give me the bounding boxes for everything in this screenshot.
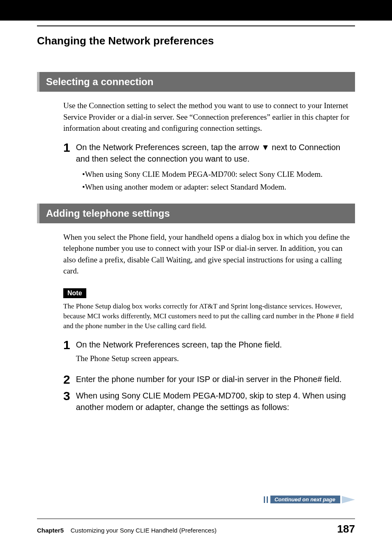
footer-divider <box>37 519 355 519</box>
section2-intro-text: When you select the Phone field, your ha… <box>63 232 355 277</box>
step-number: 1 <box>63 339 70 351</box>
list-item: •When using Sony CLIE Modem PEGA-MD700: … <box>82 169 355 180</box>
step-number: 3 <box>63 390 70 402</box>
step-instruction: Enter the phone number for your ISP or d… <box>76 373 342 385</box>
list-item: •When using another modem or adapter: se… <box>82 181 355 193</box>
step-instruction: On the Network Preferences screen, tap t… <box>76 141 355 164</box>
header-bar <box>0 0 392 21</box>
continued-label: Continued on next page <box>270 496 340 503</box>
section1-step-1: 1 On the Network Preferences screen, tap… <box>63 141 355 164</box>
chapter-number: Chapter5 <box>37 527 64 534</box>
section-heading-adding-telephone: Adding telephone settings <box>37 204 355 223</box>
continued-indicator: Continued on next page <box>264 496 355 503</box>
note-badge: Note <box>63 288 86 298</box>
step-instruction: On the Network Preferences screen, tap t… <box>76 339 282 350</box>
chapter-title: Customizing your Sony CLIE Handheld (Pre… <box>71 527 217 534</box>
page-title: Changing the Network preferences <box>37 35 355 47</box>
chapter-label: Chapter5 Customizing your Sony CLIE Hand… <box>37 527 217 534</box>
header-underline <box>37 25 355 26</box>
section2-step-1: 1 On the Network Preferences screen, tap… <box>63 339 355 364</box>
step-number: 1 <box>63 141 70 154</box>
page-content: Changing the Network preferences Selecti… <box>0 25 392 413</box>
continued-stripes-icon <box>264 496 268 503</box>
continued-arrow-icon <box>342 496 355 503</box>
page-number: 187 <box>337 523 355 535</box>
section1-bullets: •When using Sony CLIE Modem PEGA-MD700: … <box>82 169 355 193</box>
section2-step-2: 2 Enter the phone number for your ISP or… <box>63 373 355 386</box>
step-instruction: When using Sony CLIE Modem PEGA-MD700, s… <box>76 390 355 413</box>
section1-intro-text: Use the Connection setting to select the… <box>63 100 355 134</box>
page-footer: Chapter5 Customizing your Sony CLIE Hand… <box>37 523 355 535</box>
step-result-text: The Phone Setup screen appears. <box>76 353 282 364</box>
section2-step-3: 3 When using Sony CLIE Modem PEGA-MD700,… <box>63 390 355 413</box>
note-body: The Phone Setup dialog box works correct… <box>63 301 355 331</box>
section-heading-selecting-connection: Selecting a connection <box>37 72 355 92</box>
step-number: 2 <box>63 373 70 386</box>
